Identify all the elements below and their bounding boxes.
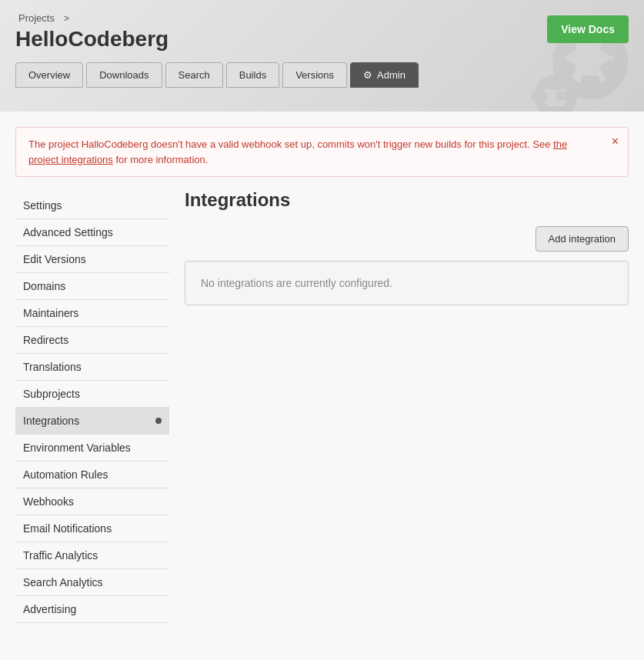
sidebar-item-subprojects[interactable]: Subprojects (15, 381, 169, 408)
sidebar-item-search-analytics[interactable]: Search Analytics (15, 569, 169, 596)
sidebar-label: Redirects (23, 334, 68, 346)
svg-rect-9 (532, 92, 547, 101)
sidebar-item-environment-variables[interactable]: Environment Variables (15, 435, 169, 462)
tab-versions[interactable]: Versions (282, 62, 347, 88)
sidebar-item-automation-rules[interactable]: Automation Rules (15, 462, 169, 488)
content-area: Integrations Add integration No integrat… (169, 189, 644, 623)
sidebar-item-edit-versions[interactable]: Edit Versions (15, 246, 169, 273)
tab-downloads[interactable]: Downloads (86, 62, 162, 88)
sidebar-item-translations[interactable]: Translations (15, 354, 169, 381)
sidebar-label: Maintainers (23, 307, 78, 319)
sidebar-label: Email Notifications (23, 522, 112, 535)
header: Projects > HelloCodeberg View Docs Overv… (0, 0, 644, 112)
sidebar-label: Search Analytics (23, 576, 103, 588)
sidebar-label: Environment Variables (23, 442, 131, 454)
sidebar-label: Advertising (23, 603, 76, 615)
gear-icon: ⚙ (363, 69, 372, 81)
sidebar-item-integrations[interactable]: Integrations (15, 408, 169, 435)
tab-search[interactable]: Search (165, 62, 223, 88)
warning-message-after: for more information. (113, 154, 209, 165)
breadcrumb-projects[interactable]: Projects (18, 12, 55, 24)
page-title: Integrations (185, 189, 629, 211)
tab-overview[interactable]: Overview (15, 62, 83, 88)
breadcrumb-separator: > (64, 12, 70, 24)
add-integration-button[interactable]: Add integration (536, 226, 629, 252)
sidebar-label: Webhooks (23, 495, 74, 508)
sidebar-item-domains[interactable]: Domains (15, 273, 169, 300)
svg-rect-7 (548, 81, 563, 90)
sidebar-label: Advanced Settings (23, 226, 113, 238)
sidebar-label: Integrations (23, 415, 79, 427)
sidebar-item-maintainers[interactable]: Maintainers (15, 300, 169, 327)
svg-rect-10 (556, 92, 572, 101)
svg-rect-8 (548, 106, 563, 112)
sidebar-item-webhooks[interactable]: Webhooks (15, 488, 169, 515)
sidebar-item-email-notifications[interactable]: Email Notifications (15, 515, 169, 542)
sidebar-label: Domains (23, 280, 65, 292)
svg-rect-1 (581, 75, 599, 91)
sidebar-label: Edit Versions (23, 253, 86, 265)
warning-close-button[interactable]: × (612, 135, 619, 148)
view-docs-button[interactable]: View Docs (547, 15, 629, 43)
empty-state: No integrations are currently configured… (185, 261, 629, 305)
tab-admin[interactable]: ⚙ Admin (350, 62, 419, 88)
warning-message: The project HalloCodeberg doesn't have a… (28, 138, 553, 150)
tab-builds[interactable]: Builds (226, 62, 279, 88)
sidebar-item-settings[interactable]: Settings (15, 192, 169, 219)
sidebar-label: Translations (23, 361, 82, 373)
active-dot (155, 418, 162, 424)
sidebar-label: Subprojects (23, 388, 80, 400)
sidebar-item-advertising[interactable]: Advertising (15, 596, 169, 623)
sidebar-label: Traffic Analytics (23, 549, 98, 562)
sidebar: Settings Advanced Settings Edit Versions… (15, 189, 169, 623)
main-layout: Settings Advanced Settings Edit Versions… (0, 189, 644, 638)
sidebar-item-redirects[interactable]: Redirects (15, 327, 169, 354)
sidebar-label: Settings (23, 199, 62, 212)
warning-banner: The project HalloCodeberg doesn't have a… (15, 127, 629, 177)
sidebar-item-advanced-settings[interactable]: Advanced Settings (15, 219, 169, 246)
sidebar-item-traffic-analytics[interactable]: Traffic Analytics (15, 542, 169, 569)
sidebar-label: Automation Rules (23, 468, 108, 481)
